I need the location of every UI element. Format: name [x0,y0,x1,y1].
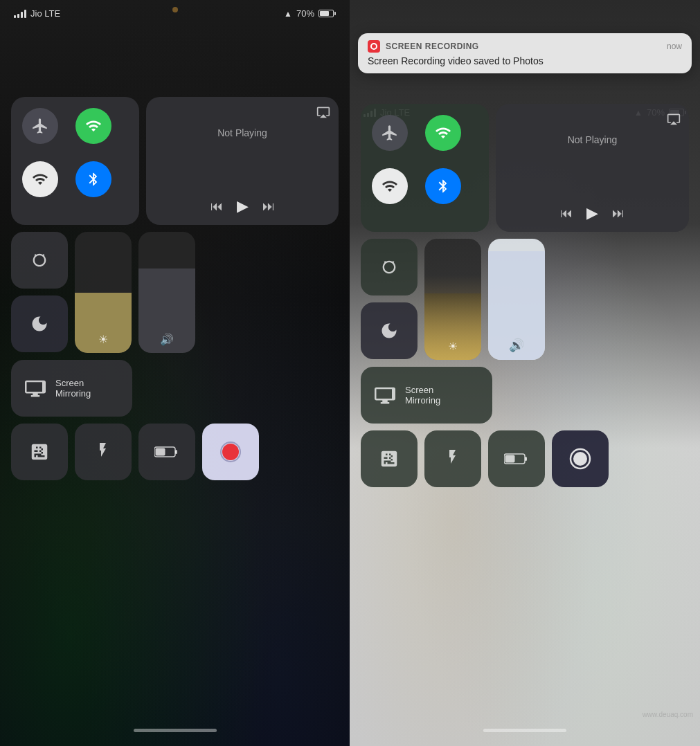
status-right-left: ▲ 70% [284,8,336,19]
screen-mirroring-btn-left[interactable]: Screen Mirroring [11,360,132,417]
notif-message: Screen Recording video saved to Photos [368,55,682,66]
not-playing-text-right: Not Playing [568,134,618,145]
brightness-slider-right[interactable]: ☀ [424,239,481,360]
wifi-btn-right[interactable] [372,168,408,204]
cellular-btn-right[interactable] [425,115,461,151]
signal-bar-1 [14,15,16,18]
not-playing-text-left: Not Playing [217,127,267,138]
third-row-left: Screen Mirroring [11,360,339,417]
calculator-btn-right[interactable] [361,430,418,487]
svg-point-3 [222,444,239,460]
cellular-btn-left[interactable] [75,108,111,144]
second-row-right-tiles: ☀ 🔊 [361,239,545,360]
second-row-left-tiles: ☀ 🔊 [11,232,195,353]
left-panel: Jio LTE ▲ 70% [0,0,350,746]
bottom-row-left [11,424,339,480]
rewind-btn-left[interactable]: ⏮ [210,199,223,214]
calculator-btn-left[interactable] [11,424,68,480]
top-row-left: Not Playing ⏮ ▶ ⏭ [11,97,339,225]
battery-status-btn-right[interactable] [488,430,545,487]
rotation-lock-btn-right[interactable] [361,239,418,295]
wifi-btn-left[interactable] [22,161,58,197]
svg-rect-7 [525,457,527,461]
status-left: Jio LTE [14,8,60,19]
second-row-right: ☀ 🔊 [361,239,689,360]
brightness-icon-right: ☀ [448,340,458,353]
connectivity-tile-right[interactable] [361,104,489,232]
play-btn-left[interactable]: ▶ [237,197,249,215]
signal-bar-3 [21,12,23,18]
connectivity-tile-left[interactable] [11,97,139,225]
screen-mirroring-btn-right[interactable]: Screen Mirroring [361,367,492,424]
airplay-icon-left [316,105,330,119]
do-not-disturb-btn-left[interactable] [11,295,68,352]
home-indicator-left [134,729,217,732]
media-tile-left[interactable]: Not Playing ⏮ ▶ ⏭ [146,97,339,225]
brightness-slider-left[interactable]: ☀ [75,232,132,353]
notif-app-name: SCREEN RECORDING [386,42,479,51]
bottom-row-right [361,430,689,487]
third-row-right: Screen Mirroring [361,367,689,424]
notif-header: SCREEN RECORDING now [368,40,682,53]
cc-right: Not Playing ⏮ ▶ ⏭ [350,104,700,487]
top-row-right: Not Playing ⏮ ▶ ⏭ [361,104,689,232]
svg-point-9 [573,452,587,466]
watermark: www.deuaq.com [643,711,693,718]
notif-icon-inner [370,43,377,50]
flashlight-btn-right[interactable] [424,430,481,487]
forward-btn-right[interactable]: ⏭ [612,206,625,221]
notif-time: now [667,42,682,51]
right-panel: SCREEN RECORDING now Screen Recording vi… [350,0,700,746]
airplane-mode-btn-right[interactable] [372,115,408,151]
battery-percent-left: 70% [296,8,314,19]
home-indicator-right [483,729,566,732]
volume-slider-right[interactable]: 🔊 [488,239,545,360]
svg-rect-1 [156,448,165,456]
airplay-icon-right [667,112,681,126]
carrier-name-left: Jio LTE [30,8,60,19]
media-controls-left: ⏮ ▶ ⏭ [210,197,275,215]
status-bar-left: Jio LTE ▲ 70% [0,0,350,24]
rewind-btn-right[interactable]: ⏮ [560,206,573,221]
battery-icon-left [318,10,336,17]
do-not-disturb-btn-right[interactable] [361,302,418,359]
signal-bars [14,10,26,18]
second-row-left: ☀ 🔊 [11,232,339,353]
signal-bar-4 [24,10,26,18]
bluetooth-btn-right[interactable] [425,168,461,204]
volume-slider-left[interactable]: 🔊 [138,232,195,353]
brightness-icon-left: ☀ [98,333,108,346]
screen-mirroring-label-right: Screen Mirroring [405,385,440,406]
signal-bar-2 [17,14,19,18]
volume-icon-left: 🔊 [160,333,174,346]
cc-left: Not Playing ⏮ ▶ ⏭ [0,97,350,480]
svg-rect-6 [505,455,515,463]
location-icon-left: ▲ [284,9,292,19]
screen-mirroring-label-left: Screen Mirroring [55,378,91,399]
airplane-mode-btn-left[interactable] [22,108,58,144]
forward-btn-left[interactable]: ⏭ [262,199,275,214]
notification-banner[interactable]: SCREEN RECORDING now Screen Recording vi… [358,33,692,73]
notif-app-icon [368,40,380,53]
battery-status-btn-left[interactable] [138,424,195,480]
bluetooth-btn-left[interactable] [75,161,111,197]
svg-rect-2 [175,450,177,454]
rotation-lock-btn-left[interactable] [11,232,68,289]
notif-left: SCREEN RECORDING [368,40,479,53]
volume-icon-right: 🔊 [509,338,524,353]
flashlight-btn-left[interactable] [75,424,132,480]
play-btn-right[interactable]: ▶ [586,204,598,222]
screen-record-btn-left[interactable] [202,424,259,480]
screen-record-btn-right[interactable] [552,430,609,487]
media-controls-right: ⏮ ▶ ⏭ [560,204,625,222]
media-tile-right[interactable]: Not Playing ⏮ ▶ ⏭ [496,104,689,232]
